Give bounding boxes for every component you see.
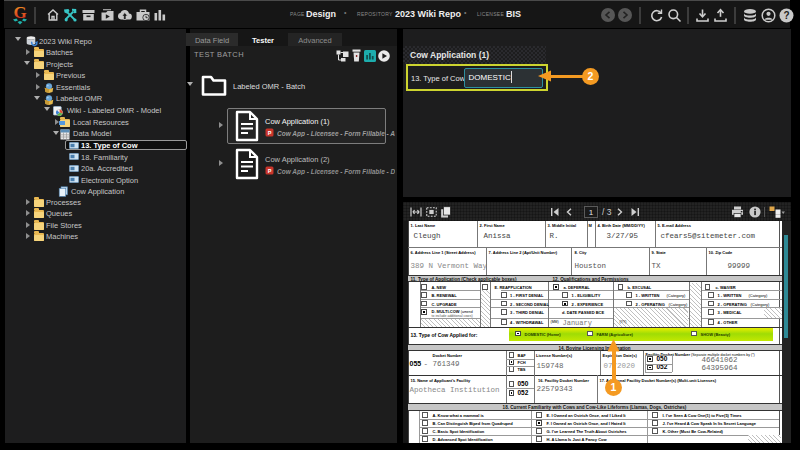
svg-text:P: P	[268, 168, 272, 174]
svg-text:P: P	[268, 130, 272, 136]
svg-text:?: ?	[783, 10, 789, 21]
